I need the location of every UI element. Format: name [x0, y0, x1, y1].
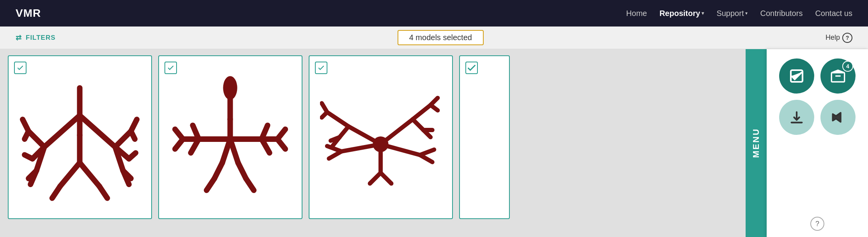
menu-panel: MENU 4 [746, 49, 868, 237]
navbar: VMR Home Repository ▾ Support ▾ Contribu… [0, 0, 868, 27]
nav-home[interactable]: Home [626, 9, 647, 18]
svg-line-23 [100, 186, 108, 198]
menu-actions-row-1: 4 [774, 58, 860, 94]
filter-bar: ⇄ FILTERS 4 models selected Help ? [0, 27, 868, 49]
svg-line-2 [29, 131, 44, 147]
menu-actions-row-2 [774, 100, 860, 135]
download-button[interactable] [779, 100, 814, 135]
svg-line-1 [44, 115, 80, 147]
svg-line-60 [381, 144, 420, 155]
nav-support[interactable]: Support ▾ [716, 9, 748, 18]
selected-count-badge: 4 models selected [398, 30, 484, 45]
logo: VMR [16, 7, 41, 19]
vessel-image-2 [170, 68, 291, 206]
model-checkbox-4[interactable] [465, 62, 478, 74]
menu-help: ? [810, 217, 824, 231]
svg-line-53 [381, 119, 413, 144]
select-all-button[interactable] [779, 58, 814, 94]
svg-line-54 [413, 105, 431, 120]
svg-line-6 [25, 131, 29, 139]
svg-line-41 [246, 179, 254, 190]
support-chevron-icon: ▾ [745, 11, 748, 16]
nav-contact[interactable]: Contact us [815, 9, 852, 18]
svg-line-15 [131, 131, 135, 139]
menu-tab[interactable]: MENU [746, 49, 767, 237]
svg-line-16 [129, 153, 136, 159]
svg-line-11 [115, 131, 131, 147]
model-card-1 [8, 55, 152, 219]
svg-line-7 [25, 155, 33, 159]
help-circle-icon: ? [842, 33, 852, 43]
svg-line-22 [52, 186, 60, 198]
svg-line-29 [175, 139, 183, 149]
svg-rect-67 [831, 73, 844, 82]
main-content: MENU 4 [0, 49, 868, 237]
svg-line-62 [420, 155, 433, 162]
model-card-2 [158, 55, 302, 219]
svg-line-20 [60, 163, 80, 187]
svg-line-57 [413, 119, 423, 130]
svg-line-43 [349, 127, 381, 145]
nav-repository[interactable]: Repository ▾ [659, 9, 704, 18]
svg-line-10 [80, 115, 115, 147]
vessel-image-1 [19, 68, 140, 206]
archive-button[interactable]: 4 [820, 58, 856, 94]
filters-toggle[interactable]: ⇄ FILTERS [16, 34, 56, 42]
share-button[interactable] [820, 100, 856, 135]
svg-line-40 [207, 179, 214, 190]
svg-line-56 [431, 105, 438, 111]
repository-chevron-icon: ▾ [702, 11, 704, 16]
nav-contributors[interactable]: Contributors [760, 9, 803, 18]
archive-badge-count: 4 [842, 61, 853, 72]
nav-links: Home Repository ▾ Support ▾ Contributors… [626, 9, 852, 18]
menu-actions: 4 ? [767, 49, 868, 237]
filters-icon: ⇄ [16, 34, 22, 42]
svg-line-64 [370, 173, 381, 183]
model-checkbox-1[interactable] [14, 62, 27, 74]
svg-line-44 [327, 112, 349, 127]
menu-help-button[interactable]: ? [810, 217, 824, 231]
svg-line-65 [381, 173, 391, 183]
vessel-image-3 [320, 68, 441, 206]
svg-line-21 [80, 163, 100, 187]
svg-point-25 [223, 76, 237, 100]
svg-line-46 [322, 112, 327, 118]
help-button[interactable]: Help ? [826, 33, 852, 43]
svg-line-52 [329, 152, 341, 159]
model-card-3 [309, 55, 453, 219]
svg-line-33 [278, 139, 285, 149]
model-checkbox-3[interactable] [315, 62, 327, 74]
svg-line-37 [230, 139, 238, 163]
model-card-4 [459, 55, 510, 219]
model-checkbox-2[interactable] [164, 62, 177, 74]
